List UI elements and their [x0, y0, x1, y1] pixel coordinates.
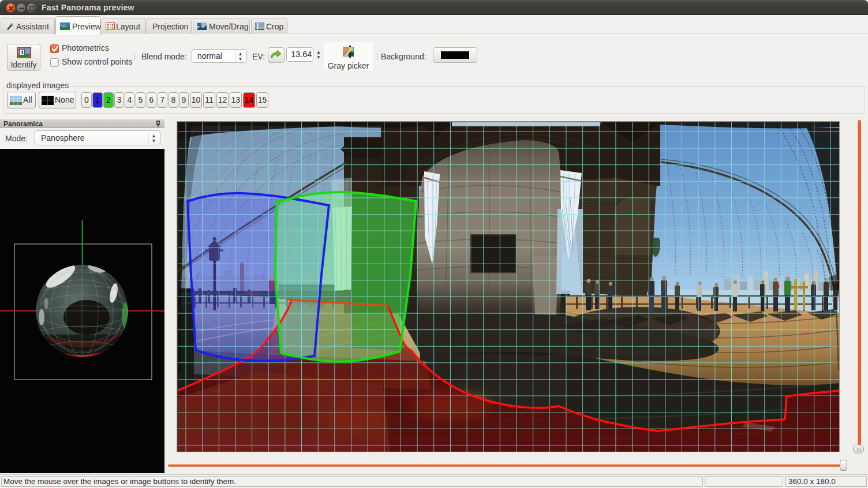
svg-text:GL: GL	[61, 23, 66, 27]
svg-text:1: 1	[21, 50, 24, 55]
